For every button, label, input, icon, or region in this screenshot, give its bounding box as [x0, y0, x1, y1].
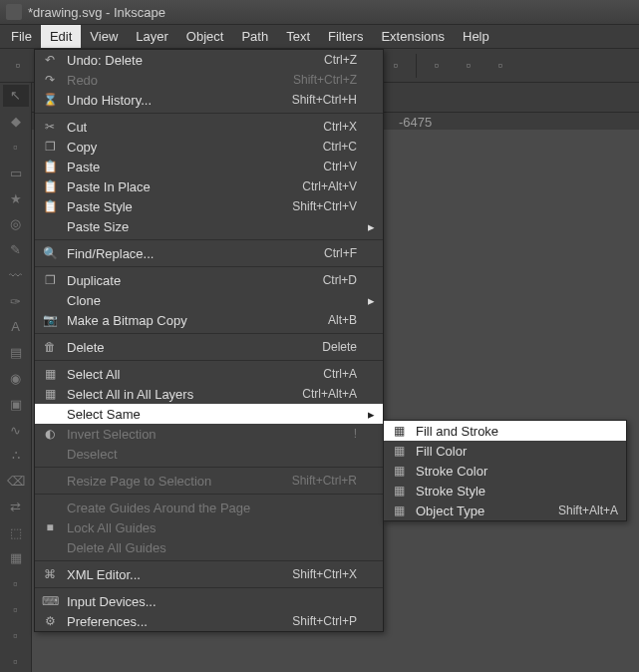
menu-item-label: Paste In Place [67, 179, 294, 194]
tool-▭[interactable]: ▫ [3, 137, 29, 159]
menu-item-accelerator: Shift+Ctrl+R [292, 474, 357, 488]
menu-item-copy[interactable]: ❐CopyCtrl+C [35, 137, 383, 157]
tool-spiral[interactable]: ◎ [3, 213, 29, 235]
menu-item-make-a-bitmap-copy[interactable]: 📷Make a Bitmap CopyAlt+B [35, 310, 383, 330]
menu-item-paste[interactable]: 📋PasteCtrl+V [35, 157, 383, 176]
menu-item-label: Input Devices... [67, 594, 349, 609]
menu-item-label: XML Editor... [67, 567, 284, 582]
tool-gradient[interactable]: ▤ [3, 342, 29, 364]
menu-item-cut[interactable]: ✂CutCtrl+X [35, 117, 383, 137]
menu-item-undo-delete[interactable]: ↶Undo: DeleteCtrl+Z [35, 50, 383, 70]
menu-view[interactable]: View [81, 25, 127, 48]
tool-text[interactable]: A [3, 316, 29, 338]
tool-rect[interactable]: ▭ [3, 162, 29, 183]
menu-item-icon: 🔍 [41, 246, 59, 260]
menu-item-select-all[interactable]: ▦Select AllCtrl+A [35, 364, 383, 384]
menu-help[interactable]: Help [454, 25, 498, 48]
menu-item-accelerator: Shift+Ctrl+P [292, 614, 357, 628]
menu-item-paste-size[interactable]: Paste Size▸ [35, 216, 383, 236]
tool-dropper[interactable]: ◉ [3, 368, 29, 390]
menu-item-label: Stroke Style [416, 484, 610, 499]
menu-item-label: Undo History... [67, 93, 284, 108]
menu-item-label: Lock All Guides [67, 520, 349, 535]
menu-item-accelerator: Ctrl+Alt+A [302, 387, 357, 401]
menu-item-label: Copy [67, 140, 315, 155]
toolbar-misc-icon[interactable]: ▫ [423, 52, 451, 80]
menu-item-accelerator: Shift+Ctrl+Z [293, 73, 357, 87]
menu-item-input-devices-[interactable]: ⌨Input Devices... [35, 591, 383, 611]
tool-eraser[interactable]: ⌫ [3, 471, 29, 493]
menu-item-delete-all-guides: Delete All Guides [35, 537, 383, 557]
menu-item-label: Delete [67, 340, 314, 355]
menu-extensions[interactable]: Extensions [372, 25, 454, 48]
menu-item-label: Duplicate [67, 273, 315, 288]
submenu-item-stroke-style[interactable]: ▦Stroke Style [384, 481, 626, 501]
menu-item-label: Clone [67, 293, 349, 308]
tool-misc4[interactable]: ▫ [3, 650, 29, 672]
menu-item-label: Select All [67, 367, 315, 382]
tool-spray[interactable]: ∴ [3, 445, 29, 467]
menu-item-find-replace-[interactable]: 🔍Find/Replace...Ctrl+F [35, 243, 383, 263]
menu-item-label: Invert Selection [67, 427, 346, 442]
tool-misc2[interactable]: ▫ [3, 599, 29, 621]
menu-item-label: Make a Bitmap Copy [67, 313, 320, 328]
submenu-arrow-icon: ▸ [365, 407, 375, 422]
toolbar-new-icon[interactable]: ▫ [4, 52, 32, 80]
menu-item-paste-style[interactable]: 📋Paste StyleShift+Ctrl+V [35, 196, 383, 216]
menu-item-preferences-[interactable]: ⚙Preferences...Shift+Ctrl+P [35, 611, 383, 631]
tool-bucket[interactable]: ▣ [3, 393, 29, 415]
tool-pencil[interactable]: ✎ [3, 239, 29, 261]
tool-connector[interactable]: ⇄ [3, 497, 29, 518]
menu-item-icon: ▦ [41, 367, 59, 381]
submenu-item-fill-and-stroke[interactable]: ▦Fill and Stroke [384, 421, 626, 441]
submenu-arrow-icon: ▸ [365, 219, 375, 234]
menu-layer[interactable]: Layer [127, 25, 177, 48]
menu-filters[interactable]: Filters [319, 25, 372, 48]
menu-item-undo-history-[interactable]: ⌛Undo History...Shift+Ctrl+H [35, 90, 383, 110]
menu-path[interactable]: Path [232, 25, 277, 48]
menu-item-delete[interactable]: 🗑DeleteDelete [35, 337, 383, 357]
menu-item-label: Cut [67, 120, 315, 135]
tool-arrow[interactable]: ↖ [3, 85, 29, 107]
menu-item-icon: ■ [41, 520, 59, 534]
menu-object[interactable]: Object [177, 25, 233, 48]
tool-bezier[interactable]: 〰 [3, 264, 29, 286]
menu-item-select-same[interactable]: Select Same▸ [35, 404, 383, 424]
menu-item-accelerator: Ctrl+V [323, 160, 357, 173]
menu-separator [35, 560, 383, 561]
menu-item-accelerator: Ctrl+Alt+V [302, 179, 357, 193]
menu-text[interactable]: Text [277, 25, 319, 48]
submenu-item-stroke-color[interactable]: ▦Stroke Color [384, 461, 626, 481]
menubar: FileEditViewLayerObjectPathTextFiltersEx… [0, 25, 639, 49]
tool-star[interactable]: ★ [3, 187, 29, 209]
menu-file[interactable]: File [2, 25, 41, 48]
menu-item-duplicate[interactable]: ❐DuplicateCtrl+D [35, 270, 383, 290]
menu-item-icon: ▦ [390, 484, 408, 498]
tool-lpe[interactable]: ⬚ [3, 521, 29, 543]
menu-item-select-all-in-all-layers[interactable]: ▦Select All in All LayersCtrl+Alt+A [35, 384, 383, 404]
titlebar: *drawing.svg - Inkscape [0, 0, 639, 25]
menu-item-clone[interactable]: Clone▸ [35, 290, 383, 310]
tool-tweak[interactable]: ∿ [3, 419, 29, 441]
menu-item-icon: 🗑 [41, 340, 59, 354]
menu-separator [35, 494, 383, 495]
submenu-item-object-type[interactable]: ▦Object TypeShift+Alt+A [384, 501, 626, 520]
toolbar-misc-icon[interactable]: ▫ [382, 52, 410, 80]
menu-item-label: Find/Replace... [67, 246, 316, 261]
menu-item-xml-editor-[interactable]: ⌘XML Editor...Shift+Ctrl+X [35, 564, 383, 584]
tool-node[interactable]: ◆ [3, 111, 29, 133]
menu-item-lock-all-guides: ■Lock All Guides [35, 517, 383, 537]
menu-edit[interactable]: Edit [41, 25, 81, 48]
tool-calligraphy[interactable]: ✑ [3, 290, 29, 312]
menu-item-paste-in-place[interactable]: 📋Paste In PlaceCtrl+Alt+V [35, 176, 383, 196]
menu-item-accelerator: Shift+Ctrl+X [292, 567, 357, 581]
tool-misc3[interactable]: ▫ [3, 624, 29, 646]
tool-misc1[interactable]: ▫ [3, 573, 29, 595]
tool-trace[interactable]: ▦ [3, 547, 29, 569]
menu-item-icon: 📋 [41, 199, 59, 213]
toolbar-misc-icon[interactable]: ▫ [455, 52, 482, 80]
submenu-item-fill-color[interactable]: ▦Fill Color [384, 441, 626, 461]
menu-separator [35, 360, 383, 361]
menu-item-label: Paste Size [67, 219, 349, 234]
toolbar-misc-icon[interactable]: ▫ [486, 52, 514, 80]
